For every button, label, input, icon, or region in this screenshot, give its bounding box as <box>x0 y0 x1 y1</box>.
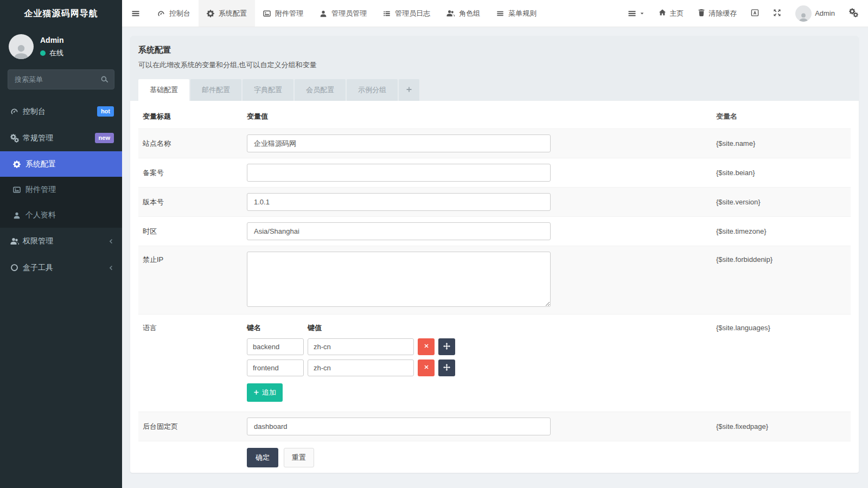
chevron-left-icon <box>107 238 114 245</box>
lang-value-input[interactable] <box>308 359 414 376</box>
col-header-value: 变量值 <box>247 112 716 121</box>
panel-heading: 系统配置 可以在此增改系统的变量和分组,也可以自定义分组和变量 基础配置 邮件配… <box>130 36 859 101</box>
table-row: 站点名称 {$site.name} <box>138 129 851 158</box>
sidebar-item-system-config[interactable]: 系统配置 <box>0 151 122 177</box>
site-name-input[interactable] <box>247 134 551 152</box>
main-area: 控制台 系统配置 附件管理 管理员管理 管理员日志 角色组 <box>122 0 868 488</box>
app-logo: 企业猫源码网导航 <box>0 0 122 27</box>
field-label: 时区 <box>143 222 247 240</box>
topnav-tab-label: 系统配置 <box>219 9 247 18</box>
append-button[interactable]: 追加 <box>247 383 283 402</box>
topnav-tab-label: 管理员管理 <box>331 9 367 18</box>
panel-body: 变量标题 变量值 变量名 站点名称 {$site.name} 备案号 <box>130 101 859 467</box>
config-tabs: 基础配置 邮件配置 字典配置 会员配置 示例分组 <box>138 79 851 101</box>
delete-row-button[interactable] <box>418 338 435 355</box>
home-label: 主页 <box>669 9 684 18</box>
sidebar-item-dashboard[interactable]: 控制台 hot <box>0 98 122 125</box>
sidebar-item-profile[interactable]: 个人资料 <box>0 202 122 228</box>
topnav-tab-system-config[interactable]: 系统配置 <box>199 0 255 27</box>
field-label: 禁止IP <box>143 252 247 309</box>
kv-row <box>247 359 716 376</box>
sidebar-toggle-icon[interactable] <box>122 0 149 27</box>
tab-member-config[interactable]: 会员配置 <box>295 79 346 101</box>
gears-icon <box>10 134 23 143</box>
topnav-tab-admin-management[interactable]: 管理员管理 <box>311 0 375 27</box>
table-row: 后台固定页 {$site.fixedpage} <box>138 412 851 441</box>
col-header-title: 变量标题 <box>143 112 247 121</box>
topbar-right: 主页 清除缓存 Admin <box>621 0 868 27</box>
sidebar-menu: 控制台 hot 常规管理 new 系统配置 附件管理 个人资料 <box>0 98 122 488</box>
language-switcher[interactable] <box>744 0 766 27</box>
field-label: 版本号 <box>143 193 247 211</box>
topnav-tab-label: 角色组 <box>459 9 480 18</box>
tab-example-group[interactable]: 示例分组 <box>347 79 398 101</box>
sidebar-item-general[interactable]: 常规管理 new <box>0 125 122 151</box>
variable-name: {$site.beian} <box>716 164 846 182</box>
clear-cache-label: 清除缓存 <box>709 9 737 18</box>
sidebar-item-attachments[interactable]: 附件管理 <box>0 177 122 202</box>
lang-value-input[interactable] <box>308 338 414 355</box>
expand-icon <box>773 9 781 18</box>
clear-cache-button[interactable]: 清除缓存 <box>691 0 744 27</box>
topnav-tab-role-group[interactable]: 角色组 <box>438 0 488 27</box>
topnav-tab-menu-rules[interactable]: 菜单规则 <box>488 0 545 27</box>
drag-row-button[interactable] <box>438 338 455 355</box>
home-button[interactable]: 主页 <box>652 0 691 27</box>
menu-search-input[interactable] <box>8 69 114 89</box>
chevron-left-icon <box>107 265 114 271</box>
variable-name: {$site.forbiddenip} <box>716 252 846 309</box>
move-icon <box>443 364 450 373</box>
add-group-tab[interactable] <box>399 79 419 101</box>
topnav-tab-admin-log[interactable]: 管理员日志 <box>375 0 438 27</box>
tab-mail-config[interactable]: 邮件配置 <box>190 79 241 101</box>
settings-button[interactable] <box>842 0 868 27</box>
hot-badge: hot <box>97 106 114 116</box>
page-title: 系统配置 <box>138 45 851 55</box>
lang-key-input[interactable] <box>247 338 304 355</box>
table-row: 语言 键名 键值 <box>138 314 851 412</box>
drag-row-button[interactable] <box>438 359 455 376</box>
field-label: 语言 <box>143 320 247 406</box>
sidebar-user-panel: Admin 在线 <box>0 27 122 64</box>
tab-basic-config[interactable]: 基础配置 <box>138 79 189 101</box>
sidebar-item-box-tools[interactable]: 盒子工具 <box>0 254 122 281</box>
variable-name: {$site.languages} <box>716 320 846 406</box>
user-avatar <box>9 34 34 59</box>
reset-button[interactable]: 重置 <box>284 448 314 467</box>
tab-list-dropdown[interactable] <box>621 0 652 27</box>
user-icon <box>320 10 327 17</box>
topnav-tab-label: 管理员日志 <box>395 9 430 18</box>
timezone-input[interactable] <box>247 222 551 240</box>
list-icon <box>383 10 391 17</box>
variable-name: {$site.name} <box>716 134 846 152</box>
fullscreen-button[interactable] <box>766 0 788 27</box>
sidebar-search <box>8 69 114 89</box>
sidebar-item-permissions[interactable]: 权限管理 <box>0 228 122 254</box>
field-label: 后台固定页 <box>143 418 247 435</box>
delete-row-button[interactable] <box>418 359 435 376</box>
submit-button[interactable]: 确定 <box>247 448 278 467</box>
sidebar-item-label: 控制台 <box>23 107 46 117</box>
user-menu[interactable]: Admin <box>788 0 842 27</box>
lang-key-input[interactable] <box>247 359 304 376</box>
topbar-avatar <box>795 5 812 22</box>
topnav-tab-attachments[interactable]: 附件管理 <box>255 0 311 27</box>
page-description: 可以在此增改系统的变量和分组,也可以自定义分组和变量 <box>138 60 851 70</box>
plus-icon <box>253 389 259 397</box>
topnav-tab-dashboard[interactable]: 控制台 <box>149 0 199 27</box>
kv-value-header: 键值 <box>308 323 322 333</box>
sidebar-item-label: 权限管理 <box>23 236 53 246</box>
user-name: Admin <box>40 36 64 44</box>
kv-row <box>247 338 716 355</box>
tab-dictionary-config[interactable]: 字典配置 <box>242 79 293 101</box>
search-icon <box>100 75 108 85</box>
footer-spacer <box>143 448 247 467</box>
beian-input[interactable] <box>247 164 551 182</box>
version-input[interactable] <box>247 193 551 211</box>
online-status-dot <box>40 50 46 56</box>
form-footer: 确定 重置 <box>138 441 851 467</box>
table-row: 时区 {$site.timezone} <box>138 216 851 246</box>
forbidden-ip-textarea[interactable] <box>247 252 551 307</box>
users-icon <box>446 9 455 17</box>
fixed-page-input[interactable] <box>247 418 551 435</box>
